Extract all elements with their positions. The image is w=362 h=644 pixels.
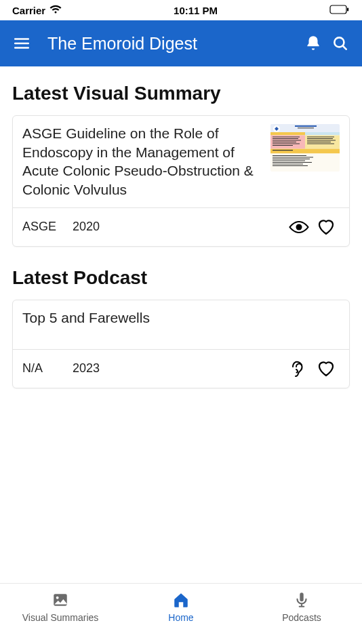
home-icon bbox=[172, 590, 190, 609]
card-year: 2023 bbox=[73, 361, 100, 376]
favorite-button[interactable] bbox=[313, 357, 340, 381]
carrier-label: Carrier bbox=[12, 5, 45, 16]
svg-rect-17 bbox=[273, 144, 300, 144]
heart-icon bbox=[317, 218, 336, 236]
svg-rect-16 bbox=[273, 142, 296, 142]
status-bar: Carrier 10:11 PM bbox=[0, 0, 362, 20]
search-icon bbox=[331, 35, 349, 52]
svg-rect-31 bbox=[273, 165, 308, 166]
summary-thumbnail-image bbox=[270, 124, 340, 172]
svg-rect-1 bbox=[347, 7, 348, 11]
main-content: Latest Visual Summary ASGE Guideline on … bbox=[0, 66, 362, 583]
heart-icon bbox=[317, 360, 336, 378]
svg-rect-23 bbox=[307, 144, 334, 144]
podcast-card[interactable]: Top 5 and Farewells N/A 2023 bbox=[12, 300, 350, 388]
bottom-nav: Visual Summaries Home Podcasts bbox=[0, 583, 362, 644]
battery-icon bbox=[329, 5, 350, 16]
svg-rect-22 bbox=[307, 142, 331, 142]
svg-rect-14 bbox=[273, 138, 298, 139]
svg-rect-29 bbox=[273, 162, 312, 163]
search-button[interactable] bbox=[327, 30, 354, 57]
svg-rect-4 bbox=[295, 125, 317, 127]
card-org: ASGE bbox=[22, 220, 73, 234]
nav-home[interactable]: Home bbox=[127, 590, 235, 623]
hamburger-icon bbox=[13, 35, 31, 52]
svg-rect-15 bbox=[273, 140, 301, 141]
nav-podcasts[interactable]: Podcasts bbox=[247, 590, 356, 623]
app-title: The Emoroid Digest bbox=[47, 34, 300, 54]
ear-icon bbox=[291, 359, 307, 379]
svg-rect-27 bbox=[273, 159, 310, 159]
card-title: ASGE Guideline on the Role of Endoscopy … bbox=[22, 124, 262, 199]
svg-rect-19 bbox=[307, 137, 334, 138]
bell-icon bbox=[304, 35, 322, 52]
card-title: Top 5 and Farewells bbox=[22, 308, 340, 341]
image-icon bbox=[51, 590, 70, 609]
svg-rect-24 bbox=[273, 150, 293, 150]
notifications-button[interactable] bbox=[300, 30, 327, 57]
svg-rect-35 bbox=[300, 592, 303, 601]
svg-rect-20 bbox=[307, 138, 333, 139]
section-heading-podcast: Latest Podcast bbox=[12, 267, 350, 289]
favorite-button[interactable] bbox=[313, 215, 340, 239]
nav-label: Home bbox=[168, 612, 193, 623]
card-year: 2020 bbox=[73, 220, 100, 234]
menu-button[interactable] bbox=[8, 30, 35, 57]
svg-point-32 bbox=[296, 224, 302, 230]
svg-rect-26 bbox=[273, 157, 313, 158]
svg-rect-30 bbox=[273, 164, 303, 165]
app-bar: The Emoroid Digest bbox=[0, 20, 362, 66]
eye-icon bbox=[288, 219, 310, 235]
nav-label: Visual Summaries bbox=[22, 612, 99, 623]
summary-thumbnail bbox=[270, 124, 340, 172]
svg-rect-7 bbox=[270, 132, 305, 136]
svg-rect-8 bbox=[305, 132, 340, 136]
nav-visual-summaries[interactable]: Visual Summaries bbox=[6, 590, 115, 623]
svg-rect-5 bbox=[298, 127, 314, 129]
view-button[interactable] bbox=[285, 215, 313, 239]
mic-icon bbox=[292, 590, 311, 609]
clock-label: 10:11 PM bbox=[174, 5, 218, 16]
svg-point-34 bbox=[56, 597, 59, 599]
visual-summary-card[interactable]: ASGE Guideline on the Role of Endoscopy … bbox=[12, 115, 350, 247]
section-heading-visual: Latest Visual Summary bbox=[12, 83, 350, 104]
nav-label: Podcasts bbox=[282, 612, 321, 623]
listen-button[interactable] bbox=[285, 357, 313, 381]
svg-rect-0 bbox=[330, 5, 346, 14]
wifi-icon bbox=[49, 5, 62, 16]
svg-rect-11 bbox=[270, 149, 340, 154]
card-org: N/A bbox=[22, 361, 73, 376]
svg-rect-25 bbox=[273, 155, 306, 156]
svg-rect-21 bbox=[307, 140, 336, 141]
svg-rect-28 bbox=[273, 161, 305, 161]
svg-rect-13 bbox=[273, 137, 300, 138]
svg-rect-18 bbox=[273, 145, 293, 146]
